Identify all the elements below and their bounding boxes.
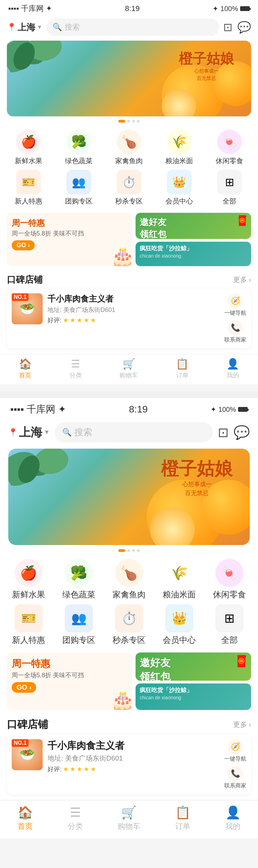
dot-1-2[interactable] [118,549,125,552]
poultry-icon: 🍗 [117,129,141,154]
category-flash-sale-2[interactable]: ⏱️ 秒杀专区 [107,604,151,646]
banner-2[interactable]: 橙子姑娘 心想事成一 百无禁忌 [8,449,250,545]
status-bar: ▪▪▪▪ 千库网 ✦ 8:19 ✦ 100% [0,0,258,16]
search-box-2[interactable]: 🔍 搜索 [55,422,213,442]
nav-cart[interactable]: 🛒 购物车 [119,358,138,379]
promo-left-title: 周一特惠 [12,218,127,229]
status-bar-2: ▪▪▪▪ 千库网 ✦ 8:19 ✦ 100% [0,398,258,419]
message-icon[interactable]: 💬 [237,21,251,34]
promo-food-promo-2[interactable]: 疯狂吃货「沙拉鲸」 chican de xiaonong [136,683,251,710]
dot-2-2[interactable] [127,549,130,552]
star-3-2: ★ [77,765,82,773]
promo-invite-friends[interactable]: 邀好友 领红包 🧧 [136,213,251,239]
grains-icon-2: 🌾 [165,559,193,587]
flash-sale-icon: ⏱️ [117,170,141,195]
search-bar-row: 📍 上海 ▼ 🔍 搜索 ⊡ 💬 [0,16,258,39]
promo-weekly-deal-2[interactable]: 周一特惠 周一全场5.8折 美味不可挡 GO › 🎂 [7,652,132,710]
message-icon-2[interactable]: 💬 [234,425,250,440]
category-newbie-2[interactable]: 🎫 新人特惠 [6,604,51,646]
star-1-2: ★ [63,765,68,773]
banner-title-2: 橙子姑娘 [161,459,233,479]
contact-button[interactable]: 📞 联系商家 [224,320,246,344]
promo-weekly-deal[interactable]: 周一特惠 周一全场5.8折 美味不可挡 GO › 🎂 [7,213,132,266]
location-button[interactable]: 📍 上海 ▼ [7,21,42,33]
store-section-header: 口碑店铺 更多 › [0,269,258,289]
category-group-buy-2[interactable]: 👥 团购专区 [56,604,101,646]
banner-title: 橙子姑娘 [179,51,234,66]
store-card-2[interactable]: 🥗 NO.1 千小库肉食主义者 地址: 美食广场东街D601 好评: ★ ★ ★… [7,734,251,794]
dot-3[interactable] [132,120,135,123]
nav-cart-2[interactable]: 🛒 购物车 [118,805,140,832]
store-rank-badge: NO.1 [12,293,29,301]
category-snacks-2[interactable]: 🍬 休闲零食 [207,559,252,600]
navigate-button-2[interactable]: 🧭 一键导航 [224,739,246,763]
dot-3-2[interactable] [132,549,135,552]
scan-icon[interactable]: ⊡ [223,21,233,34]
category-fresh-fruit-2[interactable]: 🍎 新鲜水果 [6,559,51,600]
bottom-nav: 🏠 首页 ☰ 分类 🛒 购物车 📋 订单 👤 我的 [0,354,258,384]
profile-icon: 👤 [226,358,239,370]
category-vegetables-2[interactable]: 🥦 绿色蔬菜 [56,559,101,600]
star-5-2: ★ [90,765,96,773]
dot-1[interactable] [118,120,125,123]
header-icons: ⊡ 💬 [223,21,251,34]
group-buy-icon: 👥 [66,170,91,195]
promo-invite-friends-2[interactable]: 邀好友 领红包 🧧 [136,652,251,681]
store-section-more[interactable]: 更多 › [233,275,251,284]
promo-food-promo[interactable]: 疯狂吃货「沙拉鲸」 chican de xiaonong [136,242,251,266]
category-grid-1: 🍎 新鲜水果 🥦 绿色蔬菜 🍗 家禽鱼肉 🌾 粮油米面 🍬 休闲零食 [0,125,258,168]
store-card[interactable]: 🥗 NO.1 千小库肉食主义者 地址: 美食广场东街D601 好评: ★ ★ ★… [7,289,251,348]
category-flash-sale[interactable]: ⏱️ 秒杀专区 [107,170,151,206]
nav-orders[interactable]: 📋 订单 [176,358,189,379]
nav-home-2[interactable]: 🏠 首页 [18,805,33,832]
store-rating: 好评: ★ ★ ★ ★ ★ [47,316,219,324]
store-name-2: 千小库肉食主义者 [47,739,219,752]
nav-profile-2[interactable]: 👤 我的 [225,805,241,832]
category-poultry-2[interactable]: 🍗 家禽鱼肉 [107,559,151,600]
fresh-fruit-icon: 🍎 [16,129,41,154]
promo-bottom-subtext-2: chican de xiaonong [140,695,247,700]
contact-button-2[interactable]: 📞 联系商家 [224,766,246,789]
category-vegetables[interactable]: 🥦 绿色蔬菜 [56,129,101,166]
pin-icon: 📍 [7,23,16,32]
category-grains-2[interactable]: 🌾 粮油米面 [157,559,202,600]
promo-bottom-subtext: chican de xiaonong [140,253,247,259]
category-snacks[interactable]: 🍬 休闲零食 [207,129,252,166]
nav-category[interactable]: ☰ 分类 [69,358,82,379]
category-newbie[interactable]: 🎫 新人特惠 [6,170,51,206]
category-all-2[interactable]: ⊞ 全部 [207,604,252,646]
category-vip-2[interactable]: 👑 会员中心 [157,604,202,646]
category-vip[interactable]: 👑 会员中心 [157,170,202,206]
nav-profile[interactable]: 👤 我的 [226,358,239,379]
category-fresh-fruit[interactable]: 🍎 新鲜水果 [6,129,51,166]
nav-category-2[interactable]: ☰ 分类 [68,805,83,832]
bluetooth-icon-2: ✦ [211,405,216,414]
navigate-icon: 🧭 [228,293,243,308]
category-group-buy[interactable]: 👥 团购专区 [56,170,101,206]
search-box[interactable]: 🔍 搜索 [46,19,219,36]
nav-orders-2[interactable]: 📋 订单 [175,805,191,832]
store-section-more-2[interactable]: 更多 › [233,720,251,729]
promo-row-2: 周一特惠 周一全场5.8折 美味不可挡 GO › 🎂 邀好友 领红包 🧧 疯狂吃… [0,650,258,713]
location-button-2[interactable]: 📍 上海 ▼ [8,425,50,440]
dot-4[interactable] [137,120,140,123]
dot-4-2[interactable] [137,549,140,552]
category-poultry[interactable]: 🍗 家禽鱼肉 [107,129,151,166]
banner-subtitle: 心想事成一 百无禁忌 [179,67,234,82]
category-all[interactable]: ⊞ 全部 [207,170,252,206]
scan-icon-2[interactable]: ⊡ [218,425,229,440]
promo-go-button-2[interactable]: GO › [12,682,36,693]
store-name: 千小库肉食主义者 [47,293,219,304]
star-4-2: ★ [84,765,89,773]
category-grid-1-2: 🍎 新鲜水果 🥦 绿色蔬菜 🍗 家禽鱼肉 🌾 粮油米面 🍬 休闲零食 [0,555,258,602]
navigate-button[interactable]: 🧭 一键导航 [224,293,246,317]
dot-2[interactable] [127,120,130,123]
category-grains[interactable]: 🌾 粮油米面 [157,129,202,166]
red-envelope-icon-2: 🧧 [235,655,248,668]
banner[interactable]: 橙子姑娘 心想事成一 百无禁忌 [7,41,251,116]
vegetables-icon: 🥦 [66,129,91,154]
nav-home[interactable]: 🏠 首页 [19,358,32,379]
grains-icon: 🌾 [167,129,192,154]
battery-icon [240,6,250,11]
promo-go-button[interactable]: GO › [12,240,35,250]
